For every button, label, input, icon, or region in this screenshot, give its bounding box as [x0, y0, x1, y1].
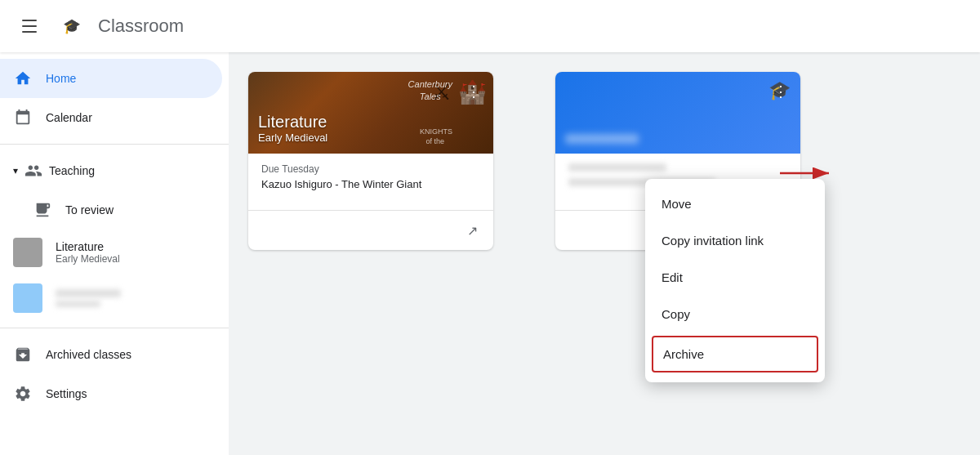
- sidebar-home-label: Home: [46, 72, 76, 85]
- class-cards-row: CanterburyTales KNIGHTS of the Literatur…: [248, 72, 960, 250]
- card-subtitle-literature: Early Medieval: [258, 132, 483, 144]
- settings-icon: [13, 384, 33, 404]
- menu-item-copy-link[interactable]: Copy invitation link: [645, 222, 825, 259]
- sidebar-divider-1: [0, 144, 229, 145]
- app-title: Classroom: [98, 16, 184, 37]
- card-overlay-second: [555, 72, 800, 154]
- card-assignment: Kazuo Ishiguro - The Winter Giant: [261, 178, 480, 190]
- classroom-logo-icon: 🎓: [59, 13, 85, 39]
- blurred-card-title: [565, 134, 639, 144]
- review-icon: [33, 200, 52, 220]
- sidebar-class-literature[interactable]: Literature Early Medieval: [0, 230, 229, 275]
- sidebar-item-calendar[interactable]: Calendar: [0, 98, 222, 137]
- main-layout: Home Calendar ▾ Teaching: [0, 52, 980, 455]
- hamburger-button[interactable]: [13, 10, 46, 42]
- trending-icon: ↗: [467, 223, 478, 239]
- sidebar-settings-label: Settings: [46, 387, 87, 400]
- card-menu-button-second[interactable]: ⋮: [768, 78, 794, 105]
- people-icon: [24, 162, 42, 180]
- class-sub-literature: Early Medieval: [56, 253, 120, 265]
- sidebar-teaching-header[interactable]: ▾ Teaching: [0, 151, 229, 190]
- class-info-blurred: [56, 289, 121, 307]
- sidebar-item-to-review[interactable]: To review: [0, 190, 222, 230]
- card-body-literature: Due Tuesday Kazuo Ishiguro - The Winter …: [248, 154, 493, 211]
- svg-text:🎓: 🎓: [63, 17, 81, 35]
- blurred-due: [568, 163, 666, 172]
- sidebar: Home Calendar ▾ Teaching: [0, 52, 229, 455]
- calendar-icon: [13, 108, 33, 127]
- menu-item-move[interactable]: Move: [645, 185, 825, 222]
- sidebar-divider-2: [0, 328, 229, 328]
- menu-item-copy[interactable]: Copy: [645, 296, 825, 332]
- app-header: 🎓 Classroom: [0, 0, 980, 52]
- class-name-literature: Literature: [56, 240, 120, 253]
- card-due-date: Due Tuesday: [261, 163, 480, 175]
- card-footer-literature: ↗: [248, 211, 493, 250]
- card-menu-button-literature[interactable]: ⋮: [461, 78, 487, 105]
- sidebar-calendar-label: Calendar: [46, 111, 92, 124]
- context-dropdown-menu: Move Copy invitation link Edit Copy Arch…: [645, 179, 825, 382]
- sidebar-teaching-label: Teaching: [49, 164, 95, 177]
- menu-item-edit[interactable]: Edit: [645, 259, 825, 296]
- class-avatar-blurred: [13, 283, 42, 313]
- chevron-down-icon: ▾: [13, 165, 18, 176]
- class-card-literature: CanterburyTales KNIGHTS of the Literatur…: [248, 72, 493, 250]
- sidebar-item-home[interactable]: Home: [0, 59, 222, 98]
- sidebar-item-archived[interactable]: Archived classes: [0, 335, 222, 374]
- three-dots-icon-2: ⋮: [773, 83, 788, 100]
- class-info-literature: Literature Early Medieval: [56, 240, 120, 265]
- three-dots-icon: ⋮: [466, 83, 481, 100]
- sidebar-archived-label: Archived classes: [46, 348, 131, 361]
- card-title-literature: Literature: [258, 113, 483, 132]
- sidebar-class-blurred[interactable]: [0, 275, 229, 321]
- class-avatar-literature: [13, 238, 42, 267]
- home-icon: [13, 69, 33, 88]
- sidebar-item-settings[interactable]: Settings: [0, 374, 222, 413]
- archive-icon: [13, 345, 33, 364]
- card-header-second: 🎓 ⋮: [555, 72, 800, 154]
- card-header-literature: CanterburyTales KNIGHTS of the Literatur…: [248, 72, 493, 154]
- card-overlay: Literature Early Medieval: [248, 72, 493, 154]
- card-stats-button[interactable]: ↗: [457, 216, 487, 245]
- main-content: CanterburyTales KNIGHTS of the Literatur…: [229, 52, 980, 455]
- hamburger-icon: [22, 20, 37, 33]
- menu-item-archive[interactable]: Archive: [652, 336, 818, 372]
- sidebar-to-review-label: To review: [65, 203, 114, 216]
